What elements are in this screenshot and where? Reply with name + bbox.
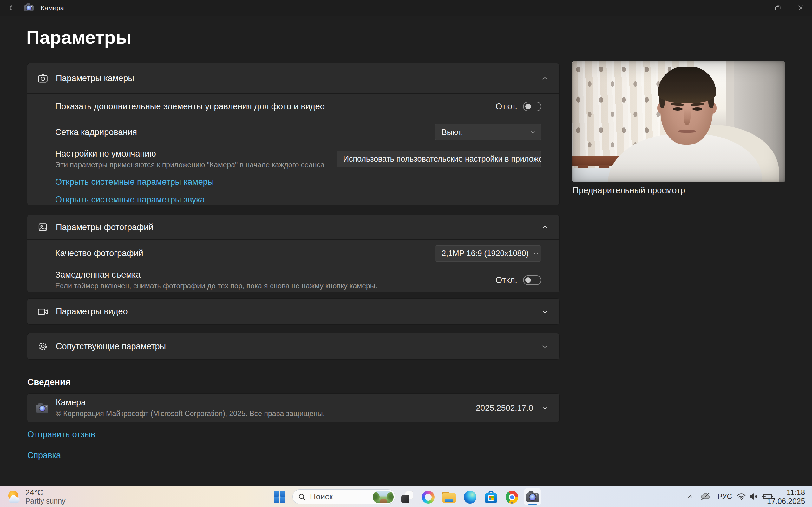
photo-settings-expander[interactable]: Параметры фотографий <box>27 215 559 239</box>
about-version: 2025.2502.17.0 <box>476 403 533 413</box>
camera-settings-expander[interactable]: Параметры камеры <box>27 63 559 94</box>
timelapse-toggle[interactable] <box>523 275 542 285</box>
clock-date: 17.06.2025 <box>767 497 805 506</box>
language-indicator[interactable]: РУС <box>717 493 732 501</box>
weather-condition: Partly sunny <box>26 497 66 505</box>
wifi-icon <box>737 493 746 501</box>
start-button[interactable] <box>273 490 287 504</box>
restore-button[interactable] <box>766 0 789 16</box>
weather-temperature: 24°C <box>26 488 66 497</box>
copilot-button[interactable] <box>421 490 435 504</box>
camera-app-window: Камера Параметры Параметры камеры <box>0 0 812 507</box>
tray-overflow-button[interactable] <box>684 491 696 502</box>
chevron-up-icon <box>542 224 548 231</box>
wifi-button[interactable] <box>735 491 747 502</box>
default-settings-dropdown[interactable]: Использовать пользовательские настройки … <box>337 151 542 167</box>
preview-caption: Предварительный просмотр <box>572 186 685 195</box>
window-title: Камера <box>41 4 64 12</box>
store-icon <box>485 491 497 504</box>
camera-app-icon <box>526 492 539 502</box>
chevron-down-icon <box>542 343 548 350</box>
search-input[interactable] <box>310 492 357 502</box>
speaker-icon <box>749 493 759 501</box>
clock[interactable]: 11:18 17.06.2025 <box>767 488 805 506</box>
timelapse-label: Замедленная съемка <box>55 270 486 280</box>
video-settings-expander[interactable]: Параметры видео <box>27 299 559 325</box>
camera-preview-image <box>572 61 785 182</box>
task-view-button[interactable] <box>400 490 414 504</box>
weather-widget[interactable]: 24°C Partly sunny <box>6 488 66 505</box>
send-feedback-link[interactable]: Отправить отзыв <box>27 430 95 440</box>
photo-quality-row: Качество фотографий 2,1MP 16:9 (1920x108… <box>27 239 559 267</box>
onedrive-cloud-slash-icon <box>700 492 711 501</box>
volume-button[interactable] <box>748 491 760 502</box>
edge-button[interactable] <box>463 490 477 504</box>
clock-time: 11:18 <box>767 488 805 497</box>
extra-controls-toggle[interactable] <box>523 102 542 111</box>
photo-quality-label: Качество фотографий <box>55 248 143 258</box>
chevron-down-icon <box>533 250 539 257</box>
photo-settings-title: Параметры фотографий <box>56 222 153 232</box>
about-heading: Сведения <box>27 377 70 387</box>
timelapse-row: Замедленная съемка Если таймер включен, … <box>27 267 559 292</box>
chevron-down-icon <box>542 404 548 411</box>
file-explorer-button[interactable] <box>442 490 456 504</box>
framing-grid-dropdown[interactable]: Выкл. <box>435 124 542 140</box>
help-link[interactable]: Справка <box>27 451 61 460</box>
page-title: Параметры <box>26 26 131 48</box>
related-settings-card: Сопутствующие параметры <box>27 333 560 360</box>
camera-settings-title: Параметры камеры <box>56 73 134 83</box>
open-system-sound-settings-link[interactable]: Открыть системные параметры звука <box>55 195 559 205</box>
close-button[interactable] <box>789 0 812 16</box>
default-settings-row: Настройки по умолчанию Эти параметры при… <box>27 145 559 173</box>
search-highlight-image[interactable] <box>373 491 394 503</box>
copilot-icon <box>422 491 435 504</box>
camera-taskbar-button[interactable] <box>524 488 541 505</box>
camera-settings-card: Параметры камеры Показать дополнительные… <box>27 63 560 205</box>
taskbar-search[interactable] <box>293 489 395 504</box>
photo-icon <box>37 222 49 233</box>
microsoft-store-button[interactable] <box>484 490 498 504</box>
about-copyright: © Корпорация Майкрософт (Microsoft Corpo… <box>56 409 476 418</box>
about-card[interactable]: Камера © Корпорация Майкрософт (Microsof… <box>27 393 560 422</box>
photo-quality-dropdown[interactable]: 2,1MP 16:9 (1920x1080) <box>435 245 542 262</box>
gear-icon <box>37 341 49 352</box>
related-settings-expander[interactable]: Сопутствующие параметры <box>27 333 559 359</box>
chrome-button[interactable] <box>505 490 519 504</box>
extra-controls-label: Показать дополнительные элементы управле… <box>55 102 325 111</box>
system-links-block: Открыть системные параметры камеры Откры… <box>27 173 559 205</box>
edge-icon <box>464 491 476 504</box>
framing-grid-value: Выкл. <box>442 128 463 137</box>
video-settings-card: Параметры видео <box>27 298 560 325</box>
partly-sunny-icon <box>6 489 22 505</box>
chevron-down-icon <box>542 308 548 315</box>
window-controls <box>744 0 812 16</box>
search-icon <box>298 493 306 501</box>
camera-app-icon <box>24 3 34 11</box>
running-indicator-dot <box>511 502 513 504</box>
video-icon <box>37 306 49 318</box>
video-settings-title: Параметры видео <box>56 307 128 317</box>
back-arrow-icon <box>8 4 16 12</box>
default-settings-description: Эти параметры применяются к приложению "… <box>55 161 327 169</box>
folder-icon <box>443 492 456 503</box>
camera-icon <box>37 73 49 84</box>
taskbar: 24°C Partly sunny <box>0 487 812 507</box>
chevron-down-icon <box>530 129 536 135</box>
close-icon <box>797 4 804 11</box>
default-settings-label: Настройки по умолчанию <box>55 149 327 159</box>
related-settings-title: Сопутствующие параметры <box>56 342 166 351</box>
chevron-up-icon <box>687 493 694 500</box>
back-button[interactable] <box>5 1 19 14</box>
extra-controls-state: Откл. <box>496 102 517 112</box>
onedrive-paused-button[interactable] <box>699 491 712 502</box>
default-settings-value: Использовать пользовательские настройки … <box>343 154 542 164</box>
restore-icon <box>774 4 781 11</box>
minimize-button[interactable] <box>744 0 766 16</box>
open-system-camera-settings-link[interactable]: Открыть системные параметры камеры <box>55 177 559 187</box>
framing-grid-row: Сетка кадрирования Выкл. <box>27 119 559 145</box>
active-app-indicator <box>528 504 537 505</box>
about-app-name: Камера <box>56 398 476 407</box>
photo-quality-value: 2,1MP 16:9 (1920x1080) <box>442 249 529 258</box>
timelapse-state: Откл. <box>496 275 517 285</box>
